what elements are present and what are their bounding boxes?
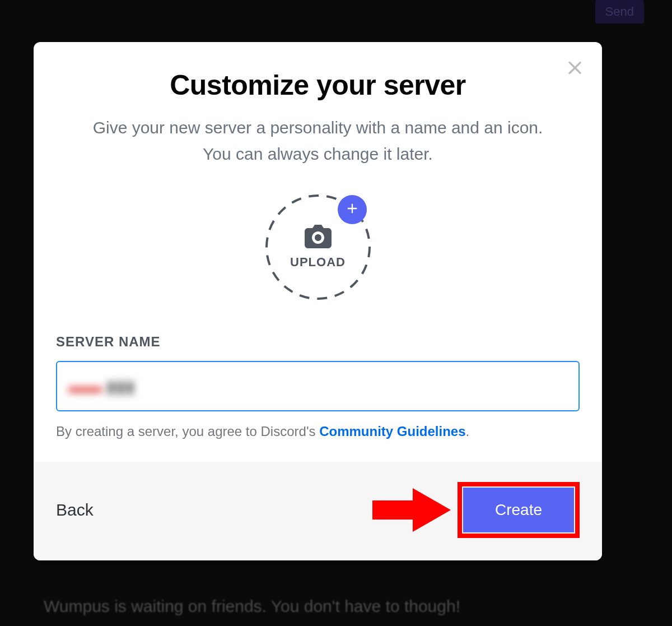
create-button[interactable]: Create <box>463 488 574 532</box>
background-hint-text: Wumpus is waiting on friends. You don't … <box>44 597 460 616</box>
guidelines-suffix: . <box>466 424 470 439</box>
background-send-button: Send <box>595 0 644 24</box>
customize-server-modal: Customize your server Give your new serv… <box>34 42 602 560</box>
annotation-arrow-icon <box>372 485 451 535</box>
modal-body: Customize your server Give your new serv… <box>34 42 602 462</box>
upload-plus-badge <box>338 195 367 224</box>
server-name-value-blurred: ▬▬ ▮▮▮ <box>68 377 135 396</box>
back-button[interactable]: Back <box>56 500 94 520</box>
modal-subtitle: Give your new server a personality with … <box>83 115 553 167</box>
create-button-highlight: Create <box>458 482 580 538</box>
upload-button[interactable]: UPLOAD <box>265 194 371 300</box>
server-name-input[interactable]: ▬▬ ▮▮▮ <box>56 361 580 411</box>
close-button[interactable] <box>564 58 586 80</box>
close-icon <box>565 58 585 80</box>
modal-footer: Back Create <box>34 462 602 560</box>
community-guidelines-link[interactable]: Community Guidelines <box>319 424 465 439</box>
modal-title: Customize your server <box>56 69 580 101</box>
guidelines-prefix: By creating a server, you agree to Disco… <box>56 424 319 439</box>
server-name-label: SERVER NAME <box>56 334 580 350</box>
plus-icon <box>344 201 360 219</box>
guidelines-text: By creating a server, you agree to Disco… <box>56 424 580 439</box>
upload-area: UPLOAD <box>56 194 580 300</box>
